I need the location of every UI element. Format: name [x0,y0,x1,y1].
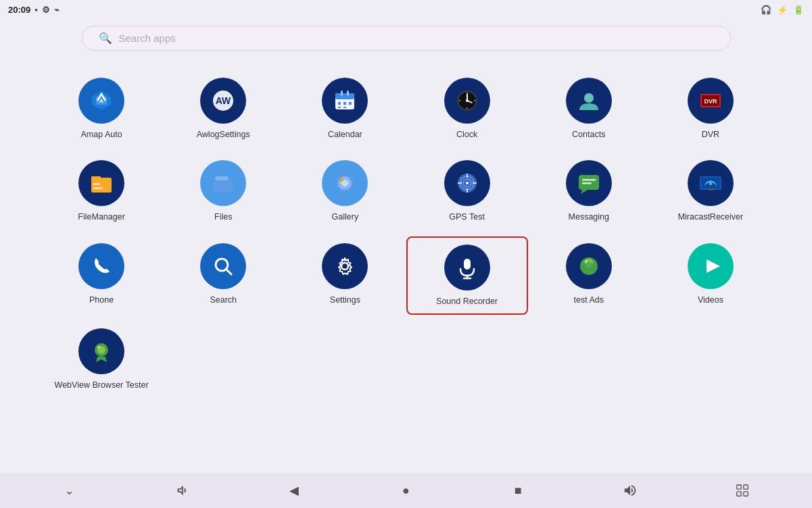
app-icon-contacts [566,78,612,124]
svg-text:DVR: DVR [704,98,717,105]
svg-rect-71 [737,492,741,496]
svg-point-55 [341,263,348,270]
app-grid: A Amap Auto AW AwlogSettings Calendar Cl… [0,64,812,411]
app-label-amap-auto: Amap Auto [81,129,122,140]
app-label-videos: Videos [698,295,723,305]
svg-point-67 [97,346,100,349]
app-label-calendar: Calendar [328,129,362,140]
app-icon-calendar [322,78,368,124]
app-item-videos[interactable]: Videos [650,236,771,315]
app-icon-miracast-receiver [688,160,734,206]
app-item-sound-recorder[interactable]: Sound Recorder [406,236,528,315]
app-item-files[interactable]: Files [162,153,284,229]
app-icon-webview-browser-tester [78,328,124,374]
app-icon-search [200,243,246,289]
screen-record-icon: ▪ [34,5,38,15]
svg-rect-47 [582,179,596,181]
app-label-messaging: Messaging [569,211,609,222]
app-item-awlog-settings[interactable]: AW AwlogSettings [162,71,284,147]
app-icon-amap-auto: A [78,78,124,124]
app-item-miracast-receiver[interactable]: MiracastReceiver [650,153,771,229]
app-item-phone[interactable]: Phone [41,236,162,315]
svg-text:A: A [99,98,103,104]
svg-line-54 [226,270,231,274]
svg-point-19 [466,99,469,102]
svg-rect-10 [338,102,341,105]
svg-rect-13 [338,107,341,108]
app-icon-gallery [322,160,368,206]
app-label-gallery: Gallery [332,211,359,222]
search-bar-container: 🔍 Search apps [0,19,812,64]
svg-rect-8 [341,91,343,96]
svg-rect-30 [91,176,101,180]
svg-point-25 [584,93,594,103]
svg-rect-68 [737,485,741,489]
nav-volume-down[interactable] [166,478,198,503]
settings-status-icon: ⚙ [42,5,50,15]
svg-rect-9 [347,91,349,96]
app-label-contacts: Contacts [572,129,605,140]
app-item-settings[interactable]: Settings [284,236,406,315]
app-item-file-manager[interactable]: FileManager [41,153,162,229]
app-icon-file-manager [78,160,124,206]
app-icon-awlog-settings: AW [200,78,246,124]
nav-chevron-down[interactable]: ⌄ [53,478,86,503]
svg-point-41 [466,182,469,184]
app-item-contacts[interactable]: Contacts [528,71,650,147]
app-icon-files [200,160,246,206]
svg-point-22 [459,100,460,101]
app-item-amap-auto[interactable]: A Amap Auto [41,71,162,147]
nav-home[interactable]: ● [389,478,422,503]
nav-back[interactable]: ◀ [278,478,310,503]
svg-point-23 [474,100,475,101]
search-placeholder: Search apps [119,32,176,44]
app-label-miracast-receiver: MiracastReceiver [678,211,744,222]
svg-point-51 [709,182,712,185]
app-item-dvr[interactable]: DVR DVR [650,71,771,147]
app-label-test-ads: test Ads [574,295,604,305]
app-label-clock: Clock [456,129,477,140]
time-display: 20:09 [8,5,30,15]
status-bar: 20:09 ▪ ⚙ ⌁ 🎧 ⚡ 🔋 [0,0,812,19]
app-item-messaging[interactable]: Messaging [528,153,650,229]
app-item-calendar[interactable]: Calendar [284,71,406,147]
app-item-search[interactable]: Search [162,236,284,315]
app-icon-sound-recorder [444,245,490,290]
svg-rect-12 [349,102,352,105]
app-item-gallery[interactable]: Gallery [284,153,406,229]
svg-marker-64 [707,259,720,273]
svg-rect-48 [582,182,592,184]
app-label-search: Search [210,295,237,305]
search-bar[interactable]: 🔍 Search apps [82,26,731,51]
svg-rect-7 [335,93,354,99]
svg-point-37 [339,178,343,182]
app-label-sound-recorder: Sound Recorder [436,296,498,307]
battery-icon: 🔋 [793,5,804,15]
app-item-test-ads[interactable]: test Ads [528,236,650,315]
search-icon: 🔍 [99,32,112,45]
svg-point-63 [585,260,588,263]
svg-point-20 [467,93,468,94]
status-right: 🎧 ⚡ 🔋 [761,5,804,15]
app-item-clock[interactable]: Clock [406,71,528,147]
nav-volume-up[interactable] [614,478,646,503]
status-left: 20:09 ▪ ⚙ ⌁ [8,5,59,15]
app-icon-dvr: DVR [688,78,734,124]
app-icon-clock [444,78,490,124]
headphones-icon: 🎧 [761,5,771,15]
app-item-webview-browser-tester[interactable]: WebView Browser Tester [41,322,162,397]
svg-point-21 [467,107,468,109]
app-icon-test-ads [566,243,612,289]
svg-rect-11 [343,102,346,105]
svg-rect-32 [93,187,103,189]
app-item-gps-test[interactable]: GPS Test [406,153,528,229]
nav-recent[interactable] [726,478,759,503]
app-label-dvr: DVR [702,129,719,140]
app-label-webview-browser-tester: WebView Browser Tester [55,380,149,390]
app-icon-gps-test [444,160,490,206]
app-label-phone: Phone [89,295,114,305]
svg-rect-52 [708,188,713,190]
nav-stop[interactable]: ■ [502,478,534,503]
app-label-gps-test: GPS Test [449,211,485,222]
svg-rect-70 [744,492,748,496]
